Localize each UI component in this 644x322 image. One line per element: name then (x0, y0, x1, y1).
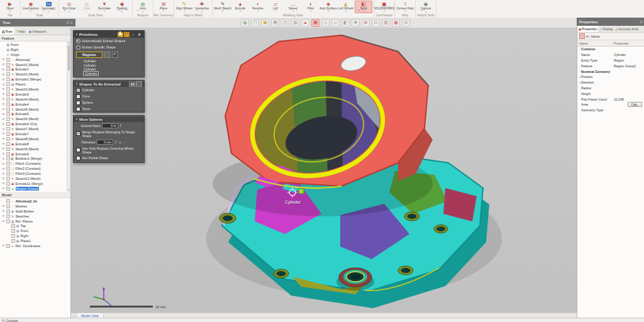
visibility-checkbox[interactable] (11, 229, 15, 233)
feature-region-group1[interactable]: ⊞●Region Group1 (0, 186, 70, 191)
model-ref-coordinates[interactable]: ⊞⌖Ref. Coordinates (0, 243, 70, 248)
run-scan-process-button[interactable]: ◎Run Scan Process▾ (60, 1, 78, 13)
expand-icon[interactable]: ⊞ (2, 73, 5, 76)
feature-allromsa2[interactable]: ⊞○Allromsa2 (0, 57, 70, 62)
visibility-checkbox[interactable] (6, 122, 10, 126)
visibility-checkbox[interactable] (6, 214, 10, 218)
model-meshes[interactable]: ⊞○Meshes (0, 204, 70, 209)
checkbox-icon[interactable] (76, 107, 80, 111)
scrollbar[interactable]: ▲ ▼ (67, 42, 70, 192)
feature-sketch9-mesh[interactable]: ⊞✎Sketch9 (Mesh) (0, 147, 70, 152)
expand-icon[interactable]: ⊞ (2, 68, 5, 71)
expand-icon[interactable]: ⊞ (2, 87, 5, 91)
property-row-area[interactable]: AreaCalc. (577, 102, 644, 108)
visibility-checkbox[interactable] (6, 147, 10, 151)
visibility-checkbox[interactable] (6, 77, 10, 81)
expand-icon[interactable]: ⊞ (2, 128, 5, 131)
align-wizard-button[interactable]: ✎Align Wizard▾ (175, 1, 193, 13)
upper-flange[interactable] (213, 35, 433, 216)
visibility-checkbox[interactable] (6, 82, 10, 86)
expand-icon[interactable]: ⊞ (2, 108, 5, 111)
visibility-checkbox[interactable] (6, 63, 10, 67)
view-tool-icon-16[interactable]: ▩ (392, 19, 400, 27)
livecapture-button[interactable]: ◉LiveCapture▾ (22, 1, 40, 13)
visibility-checkbox[interactable] (6, 137, 10, 141)
scroll-down-icon[interactable]: ▼ (67, 189, 70, 192)
close-icon[interactable]: ✕ (70, 21, 73, 25)
visibility-checkbox[interactable] (6, 244, 10, 248)
feature-extrude4[interactable]: ⊞▣Extrude4 (0, 102, 70, 107)
model-front[interactable]: ▦Front (0, 228, 70, 233)
feature-boolean1-merge[interactable]: ⊞◧Boolean1 (Merge) (0, 156, 70, 161)
pin-icon[interactable]: ⊡ (67, 21, 69, 25)
lock-button[interactable] (118, 32, 123, 37)
healing-wizard-button[interactable]: ◆Healing Wizard▾ (113, 1, 131, 13)
expand-icon[interactable]: ⊞ (2, 78, 5, 81)
checkbox-checked-icon[interactable]: ✓ (76, 131, 80, 136)
next-stage-button[interactable]: → (124, 32, 130, 37)
property-row-nominal-geometry[interactable]: −Nominal Geometry (577, 69, 644, 74)
visibility-checkbox[interactable] (6, 97, 10, 101)
visibility-checkbox[interactable] (11, 224, 15, 228)
view-tool-icon-5[interactable]: ◫ (281, 19, 289, 27)
feature-extrude8[interactable]: ⊞▣Extrude8 (0, 142, 70, 147)
feature-fillet3-constant[interactable]: ⊞▢Fillet3 (Constant) (0, 171, 70, 176)
feature-plane1[interactable]: ⊞▦Plane1 (0, 82, 70, 87)
scroll-up-icon[interactable]: ▲ (67, 42, 70, 45)
fillet-button[interactable]: ◖Fillet▾ (302, 1, 319, 13)
scanned-model-canvas[interactable]: Cylinder Cylinder 10 mm (71, 28, 577, 313)
partial-shape-option[interactable]: Get Partial Shape (74, 155, 144, 162)
view-tool-icon-6[interactable]: ▥ (291, 19, 299, 27)
property-row-position[interactable]: +Position (577, 74, 644, 80)
expand-icon[interactable]: ⊞ (2, 214, 5, 218)
tree-panel-caption[interactable]: Tree ⊡ ✕ (0, 19, 75, 26)
expand-icon[interactable]: ⊞ (2, 219, 5, 223)
tolerance-input[interactable]: 0 mm (97, 140, 113, 145)
tab-accuracy-analyzer[interactable]: ◭ Accuracy Anal... (614, 26, 642, 32)
plane-button[interactable]: ⊞Plane▾ (155, 1, 172, 13)
checkbox-icon[interactable] (76, 94, 80, 99)
model-ref-planes[interactable]: ⊞▦Ref. Planes (0, 219, 70, 224)
view-tool-icon-4[interactable]: ▤ (271, 19, 279, 27)
loft-wizard-button[interactable]: ◭Loft Wizard▾ (337, 1, 355, 13)
model-solid-bodies[interactable]: ⊞◆Solid Bodies (0, 209, 70, 214)
feature-extrude11-merge[interactable]: ⊞▣Extrude11 (Merge) (0, 181, 70, 186)
tab-tree[interactable]: ▤ Tree (0, 28, 14, 35)
expand-icon[interactable]: ⊞ (2, 142, 5, 145)
visibility-checkbox[interactable] (6, 199, 10, 203)
expand-icon[interactable]: ⊞ (2, 182, 5, 185)
expand-icon[interactable]: ⊞ (2, 58, 5, 61)
expand-icon[interactable]: ⊞ (2, 137, 5, 140)
gauge-icon[interactable]: ◔ (123, 140, 125, 144)
feature-fillet2-constant[interactable]: ⊞▢Fillet2 (Constant) (0, 166, 70, 171)
properties-panel-caption[interactable]: Properties ⊡ ✕ (577, 18, 644, 26)
auto-extract-option[interactable]: Automatically Extract Shapes (74, 38, 144, 44)
model-sketches[interactable]: ⊞✎Sketches (0, 214, 70, 219)
more-options-header[interactable]: ▼ More Options (74, 116, 144, 122)
visibility-checkbox[interactable] (6, 209, 10, 213)
expand-icon[interactable]: ⊞ (2, 63, 5, 66)
checkbox-checked-icon[interactable]: ✓ (76, 88, 80, 92)
expand-icon[interactable]: ⊞ (2, 187, 5, 190)
feature-front[interactable]: ▦Front (0, 42, 70, 47)
view-tool-icon-8[interactable]: ▦ (311, 19, 319, 27)
visibility-checkbox[interactable] (6, 112, 10, 116)
expand-icon[interactable]: ⊞ (2, 113, 5, 116)
filter-icon[interactable] (579, 33, 585, 39)
expand-icon[interactable]: ⊞ (2, 167, 5, 170)
visibility-checkbox[interactable] (6, 108, 10, 111)
specific-shape-option[interactable]: Extract Specific Shape (74, 44, 144, 50)
feature-sketch2-mesh[interactable]: ⊞✎Sketch2 (Mesh) (0, 72, 70, 77)
close-dialog-button[interactable]: ✕ (136, 32, 142, 37)
visibility-checkbox[interactable] (6, 132, 10, 136)
checkbox-icon[interactable] (76, 156, 80, 160)
shape-option-torus[interactable]: Torus (74, 106, 144, 112)
calc-button[interactable]: Calc. (628, 102, 642, 107)
view-tool-icon-17[interactable]: ⊟ (402, 19, 410, 27)
feature-extrude5[interactable]: ⊞▣Extrude5 (0, 111, 70, 116)
visibility-checkbox[interactable] (11, 239, 15, 243)
visibility-checkbox[interactable] (6, 72, 10, 76)
tab-viewpoint[interactable]: ◉ Viewpoint (27, 28, 48, 35)
view-tool-icon-10[interactable]: ▱ (331, 19, 340, 27)
visibility-checkbox[interactable] (6, 67, 10, 71)
